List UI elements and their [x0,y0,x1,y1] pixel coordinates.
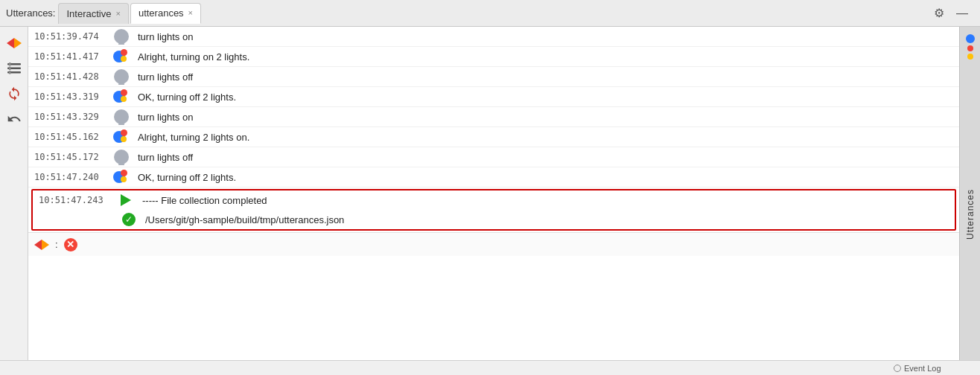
right-sidebar-label-container: Utterances [965,189,976,242]
right-sidebar-label: Utterances [965,189,976,240]
tab-utterances-label: utterances [139,7,184,19]
rs-dot-yellow-icon [967,54,973,60]
minimize-button[interactable]: — [953,5,971,22]
assistant-dot-icon [113,89,130,104]
play-sidebar-icon[interactable] [4,33,25,54]
user-avatar [114,150,129,164]
log-time: 10:51:43.329 [34,112,105,122]
list-sidebar-icon[interactable] [4,58,25,79]
file-collection-row: 10:51:47.243 ----- File collection compl… [33,190,955,210]
check-circle-icon: ✓ [122,213,136,226]
tab-interactive-label: Interactive [66,8,111,19]
log-row: 10:51:41.417 Alright, turning on 2 light… [28,47,959,67]
refresh-icon [7,86,22,101]
log-time: 10:51:47.243 [39,195,109,205]
log-row: 10:51:43.319 OK, turning off 2 lights. [28,87,959,107]
tab-utterances[interactable]: utterances × [130,3,201,24]
dot-yellow [121,96,127,102]
left-sidebar [0,27,28,360]
log-row: 10:51:45.162 Alright, turning 2 lights o… [28,127,959,147]
rs-dot-red-icon [967,45,973,51]
log-message: turn lights on [138,112,953,123]
log-time: 10:51:45.162 [34,132,105,142]
tab-bar-actions: ⚙ — [931,4,980,22]
log-message: OK, turning off 2 lights. [138,172,953,183]
log-message: turn lights on [138,31,953,42]
user-avatar [114,109,129,124]
main-layout: 10:51:39.474 turn lights on 10:51:41.417… [0,27,980,360]
undo-icon [7,112,22,126]
dot-yellow [121,56,127,62]
log-message: turn lights off [138,152,953,163]
file-path-row: ✓ /Users/git/gh-sample/build/tmp/utteran… [33,210,955,229]
dot-yellow [121,176,127,182]
user-avatar-icon [111,109,132,124]
event-log-label: Event Log [904,364,941,373]
bottom-double-arrow-icon[interactable] [34,240,49,250]
log-row: 10:51:47.240 OK, turning off 2 lights. [28,167,959,188]
log-message: OK, turning off 2 lights. [138,92,953,103]
tab-bar: Utterances: Interactive × utterances × ⚙… [0,0,980,27]
double-arrow-icon [7,38,22,48]
tab-interactive-close[interactable]: × [115,10,120,18]
tab-bar-label: Utterances: [6,7,55,19]
event-log-circle-icon [894,365,901,372]
log-time: 10:51:45.172 [34,152,105,162]
log-row: 10:51:43.329 turn lights on [28,107,959,127]
log-time: 10:51:41.428 [34,71,105,82]
tab-utterances-close[interactable]: × [188,9,193,17]
gear-button[interactable]: ⚙ [931,4,947,22]
assistant-dot-icon [113,49,130,64]
log-row: 10:51:39.474 turn lights on [28,27,959,47]
dot-red [121,89,127,96]
right-sidebar: Utterances [959,27,980,360]
log-time: 10:51:41.417 [34,51,105,62]
user-avatar [114,69,129,84]
user-avatar-icon [111,150,132,164]
dot-yellow [121,136,127,142]
arrow-left-icon [7,38,14,48]
assistant-dot-icon [113,170,130,185]
user-avatar-icon [111,29,132,44]
svg-rect-3 [9,62,11,66]
error-dot-icon[interactable]: ✕ [64,238,77,251]
dot-red [121,129,127,136]
play-icon-area [115,194,136,206]
assistant-icon-area [111,89,132,104]
log-message: ----- File collection completed [142,195,949,206]
colon-label: : [55,239,58,250]
assistant-icon-area [111,49,132,64]
log-message: Alright, turning 2 lights on. [138,132,953,143]
file-path-message: /Users/git/gh-sample/build/tmp/utterance… [145,214,946,225]
arrow-left-icon [34,240,42,250]
dot-red [121,49,127,56]
list-icon [7,62,21,74]
user-avatar-icon [111,69,132,84]
arrow-right-icon [14,38,22,48]
right-sidebar-dots [966,34,975,60]
play-triangle-icon [121,194,131,206]
arrow-right-icon [42,240,49,250]
bottom-row: : ✕ [28,232,959,256]
tab-interactive[interactable]: Interactive × [58,3,128,24]
log-time: 10:51:47.240 [34,172,105,182]
refresh-sidebar-icon[interactable] [4,83,25,104]
bottom-bar: Event Log [0,360,980,375]
log-row: 10:51:45.172 turn lights off [28,147,959,167]
svg-rect-5 [9,71,11,74]
highlighted-block: 10:51:47.243 ----- File collection compl… [31,189,956,231]
content-area: 10:51:39.474 turn lights on 10:51:41.417… [28,27,959,360]
log-message: Alright, turning on 2 lights. [138,51,953,62]
log-time: 10:51:43.319 [34,92,105,102]
dot-red [121,170,127,176]
assistant-dot-icon [113,129,130,144]
check-icon-area: ✓ [118,213,139,226]
user-avatar [114,29,129,44]
assistant-icon-area [111,129,132,144]
log-time: 10:51:39.474 [34,31,105,42]
svg-rect-4 [9,67,11,71]
log-row: 10:51:41.428 turn lights off [28,67,959,87]
assistant-icon-area [111,170,132,185]
rs-dot-blue-icon [966,34,975,43]
undo-sidebar-icon[interactable] [4,109,25,129]
